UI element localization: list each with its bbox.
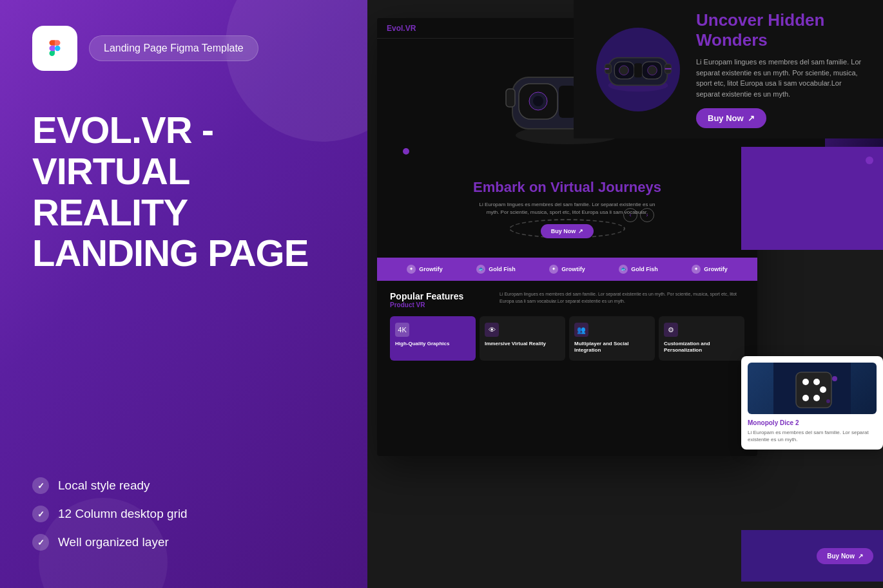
preview-logo: Evol.VR <box>387 24 416 33</box>
svg-point-35 <box>826 399 830 403</box>
feature-title-1: High-Quality Graphics <box>395 341 471 347</box>
vr-headset-top <box>593 24 683 115</box>
brand-item-5: ✦ Growtify <box>692 265 728 274</box>
vw-purple-dot <box>866 156 873 164</box>
purple-dot-hero <box>403 148 409 155</box>
svg-point-30 <box>813 379 820 385</box>
brand-icon-1: ✦ <box>407 265 416 274</box>
hidden-wonders-card: Uncover Hidden Wonders Li Europam lingue… <box>574 0 883 138</box>
check-icon-3 <box>32 534 49 551</box>
vr-headset-icon <box>593 24 683 115</box>
hero-desc: Li Europam lingues es membres del sam fa… <box>477 201 657 216</box>
features-list: Local style ready 12 Column desktop grid… <box>32 477 335 562</box>
template-badge: Landing Page Figma Template <box>89 35 258 61</box>
buy-now-button-top[interactable]: Buy Now ↗ <box>696 108 766 128</box>
svg-rect-16 <box>506 89 515 107</box>
features-subtitle: Product VR <box>390 301 480 308</box>
feature-item-1: Local style ready <box>32 477 335 494</box>
brand-item-3: ✦ Growtify <box>549 265 585 274</box>
svg-point-31 <box>820 386 826 393</box>
features-main-title: Popular Features <box>390 291 480 301</box>
svg-point-10 <box>648 65 657 75</box>
feature-icon-1: 4K <box>395 323 409 337</box>
brand-item-2: 🐟 Gold Fish <box>476 265 516 274</box>
dice-card-title: Monopoly Dice 2 <box>748 419 877 426</box>
svg-point-32 <box>802 395 809 401</box>
feature-item-3: Well organized layer <box>32 534 335 551</box>
brand-item-1: ✦ Growtify <box>407 265 443 274</box>
bottom-buy-card: Buy Now ↗ <box>741 530 883 582</box>
feature-card-3: 👥 Multiplayer and Social Integration <box>569 316 655 361</box>
feature-card-4: ⚙ Customization and Personalization <box>659 316 744 361</box>
left-panel: Landing Page Figma Template EVOL.VR - VI… <box>0 0 367 588</box>
feature-icon-4: ⚙ <box>664 323 678 337</box>
arrow-icon: ↗ <box>748 113 755 123</box>
right-panel: Uncover Hidden Wonders Li Europam lingue… <box>367 0 883 588</box>
hidden-wonders-title: Uncover Hidden Wonders <box>696 10 864 50</box>
bottom-buy-button[interactable]: Buy Now ↗ <box>817 548 873 564</box>
feature-title-3: Multiplayer and Social Integration <box>574 341 650 354</box>
brand-item-4: 🐟 Gold Fish <box>619 265 658 274</box>
hero-title: Embark on Virtual Journeys <box>473 179 661 196</box>
svg-point-34 <box>832 376 837 381</box>
check-icon-2 <box>32 506 49 522</box>
brand-icon-3: ✦ <box>549 265 558 274</box>
feature-item-2: 12 Column desktop grid <box>32 506 335 522</box>
brand-icon-4: 🐟 <box>619 265 628 274</box>
main-title: EVOL.VR - VIRTUAL REALITY LANDING PAGE <box>32 109 335 274</box>
features-description: Li Europam lingues es membres del sam fa… <box>500 291 744 305</box>
feature-title-2: Immersive Virtual Reality <box>485 341 560 347</box>
feature-title-4: Customization and Personalization <box>664 341 739 354</box>
svg-point-33 <box>813 395 820 401</box>
figma-logo <box>32 26 77 71</box>
vw-purple-section <box>741 147 883 250</box>
svg-point-9 <box>619 65 629 75</box>
check-icon-1 <box>32 477 49 494</box>
arrow-icon: ↗ <box>858 553 863 560</box>
features-title: Popular Features Product VR <box>390 291 480 308</box>
svg-point-20 <box>533 96 543 106</box>
brand-strip: ✦ Growtify 🐟 Gold Fish ✦ Growtify 🐟 Gold… <box>377 258 757 281</box>
feature-cards: 4K High-Quality Graphics 👁 Immersive Vir… <box>390 316 744 361</box>
feature-icon-2: 👁 <box>485 323 499 337</box>
feature-icon-3: 👥 <box>574 323 588 337</box>
brand-icon-2: 🐟 <box>476 265 485 274</box>
svg-rect-4 <box>634 63 642 77</box>
features-section: Popular Features Product VR Li Europam l… <box>377 281 757 368</box>
arrow-icon: ↗ <box>578 228 583 234</box>
feature-card-1: 4K High-Quality Graphics <box>390 316 476 361</box>
dice-card-image <box>748 363 877 414</box>
hidden-wonders-text: Uncover Hidden Wonders Li Europam lingue… <box>696 10 864 128</box>
brand-icon-5: ✦ <box>692 265 701 274</box>
hero-buy-button[interactable]: Buy Now ↗ <box>541 224 594 238</box>
hidden-wonders-desc: Li Europam lingues es membres del sam fa… <box>696 57 864 99</box>
svg-point-29 <box>802 379 809 385</box>
features-header: Popular Features Product VR Li Europam l… <box>390 291 744 308</box>
feature-card-2: 👁 Immersive Virtual Reality <box>480 316 565 361</box>
top-bar: Landing Page Figma Template <box>32 26 335 71</box>
dice-card-desc: Li Europam es membres del sam familie. L… <box>748 429 877 443</box>
dice-card: Monopoly Dice 2 Li Europam es membres de… <box>741 356 883 450</box>
